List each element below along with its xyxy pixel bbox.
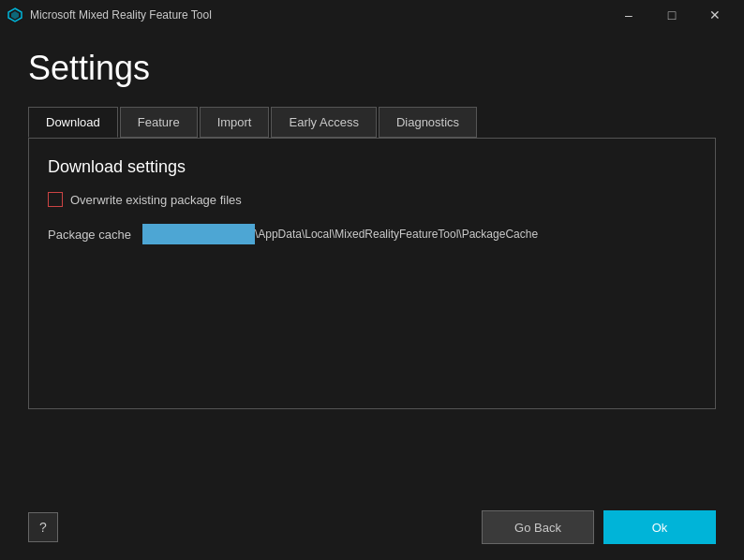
tab-feature[interactable]: Feature (120, 107, 198, 138)
package-cache-label: Package cache (48, 228, 131, 242)
tab-diagnostics[interactable]: Diagnostics (379, 107, 477, 138)
app-icon (7, 7, 22, 22)
package-cache-row: Package cache \AppData\Local\MixedRealit… (48, 224, 696, 244)
section-title: Download settings (48, 157, 696, 177)
page-title: Settings (28, 49, 716, 88)
svg-marker-1 (11, 11, 19, 20)
tab-early-access[interactable]: Early Access (271, 107, 376, 138)
main-content: Settings Download Feature Import Early A… (0, 30, 744, 428)
title-bar: Microsoft Mixed Reality Feature Tool – □… (0, 0, 744, 30)
window-title: Microsoft Mixed Reality Feature Tool (30, 8, 212, 22)
ok-button[interactable]: Ok (603, 510, 716, 544)
tab-panel-download: Download settings Overwrite existing pac… (28, 138, 716, 409)
overwrite-checkbox[interactable] (48, 192, 63, 207)
go-back-button[interactable]: Go Back (482, 510, 594, 544)
package-cache-highlight[interactable] (142, 224, 255, 244)
minimize-button[interactable]: – (607, 0, 650, 30)
tab-download[interactable]: Download (28, 107, 118, 138)
overwrite-label: Overwrite existing package files (70, 193, 242, 207)
package-cache-value: \AppData\Local\MixedRealityFeatureTool\P… (142, 224, 538, 244)
tab-import[interactable]: Import (200, 107, 270, 138)
help-button[interactable]: ? (28, 512, 58, 542)
bottom-bar: ? Go Back Ok (0, 494, 744, 560)
bottom-right-buttons: Go Back Ok (482, 510, 716, 544)
tabs-container: Download Feature Import Early Access Dia… (28, 107, 716, 138)
title-bar-controls: – □ ✕ (607, 0, 737, 30)
maximize-button[interactable]: □ (650, 0, 693, 30)
title-bar-left: Microsoft Mixed Reality Feature Tool (7, 7, 212, 22)
close-button[interactable]: ✕ (693, 0, 737, 30)
package-cache-path: \AppData\Local\MixedRealityFeatureTool\P… (255, 228, 538, 241)
overwrite-checkbox-row: Overwrite existing package files (48, 192, 696, 207)
